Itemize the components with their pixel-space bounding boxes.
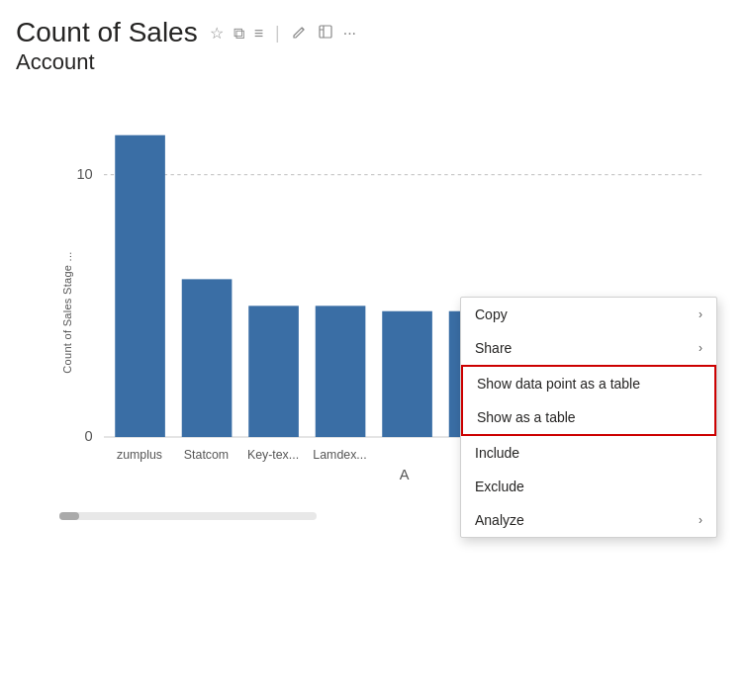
copy-page-icon[interactable]: ⧉ xyxy=(233,25,244,43)
context-menu-show-data-point[interactable]: Show data point as a table xyxy=(463,367,714,400)
svg-rect-0 xyxy=(320,26,331,38)
star-icon[interactable]: ☆ xyxy=(210,24,224,43)
context-menu-share[interactable]: Share › xyxy=(461,331,716,365)
context-menu-show-as-table-label: Show as a table xyxy=(477,409,576,425)
context-menu-exclude-label: Exclude xyxy=(475,479,524,494)
context-menu-analyze[interactable]: Analyze › xyxy=(461,503,716,537)
filter-icon[interactable]: ≡ xyxy=(254,25,263,43)
context-menu-include-label: Include xyxy=(475,445,519,461)
bar-keytex[interactable] xyxy=(248,306,299,437)
svg-text:Key-tex...: Key-tex... xyxy=(247,447,299,461)
scrollbar-track[interactable] xyxy=(59,512,317,520)
separator: | xyxy=(275,23,280,44)
bar-b5[interactable] xyxy=(382,310,432,436)
share-chevron-icon: › xyxy=(699,341,702,355)
context-menu-highlighted-group: Show data point as a table Show as a tab… xyxy=(461,365,716,436)
context-menu-exclude[interactable]: Exclude xyxy=(461,470,716,503)
scrollbar-area[interactable] xyxy=(59,512,317,520)
svg-text:0: 0 xyxy=(85,428,93,444)
y-axis-label: Count of Sales Stage ... xyxy=(61,251,73,373)
chart-container: Count of Sales ☆ ⧉ ≡ | ··· Account Count… xyxy=(0,0,747,700)
context-menu-copy[interactable]: Copy › xyxy=(461,298,716,331)
expand-icon[interactable] xyxy=(318,24,333,44)
scrollbar-thumb[interactable] xyxy=(59,512,79,520)
pen-icon[interactable] xyxy=(292,24,308,44)
context-menu-include[interactable]: Include xyxy=(461,436,716,470)
header-icons: ☆ ⧉ ≡ | ··· xyxy=(210,23,356,44)
svg-text:10: 10 xyxy=(76,166,92,182)
svg-text:Statcom: Statcom xyxy=(184,447,229,461)
context-menu-copy-label: Copy xyxy=(475,306,508,322)
chart-title: Count of Sales xyxy=(16,16,198,49)
svg-text:Lamdex...: Lamdex... xyxy=(313,447,366,461)
context-menu-show-as-table[interactable]: Show as a table xyxy=(463,400,714,434)
copy-chevron-icon: › xyxy=(699,307,702,321)
bar-zumplus[interactable] xyxy=(115,134,165,436)
bar-lamdex[interactable] xyxy=(316,306,366,437)
context-menu-share-label: Share xyxy=(475,340,512,356)
context-menu-show-data-point-label: Show data point as a table xyxy=(477,376,640,392)
more-icon[interactable]: ··· xyxy=(343,25,356,43)
chart-subtitle: Account xyxy=(0,49,747,75)
analyze-chevron-icon: › xyxy=(699,513,702,527)
svg-text:A: A xyxy=(400,467,410,482)
bar-statcom[interactable] xyxy=(182,279,233,437)
context-menu: Copy › Share › Show data point as a tabl… xyxy=(460,297,717,538)
header-row: Count of Sales ☆ ⧉ ≡ | ··· xyxy=(0,10,747,49)
svg-text:zumplus: zumplus xyxy=(117,447,162,461)
context-menu-analyze-label: Analyze xyxy=(475,512,524,528)
